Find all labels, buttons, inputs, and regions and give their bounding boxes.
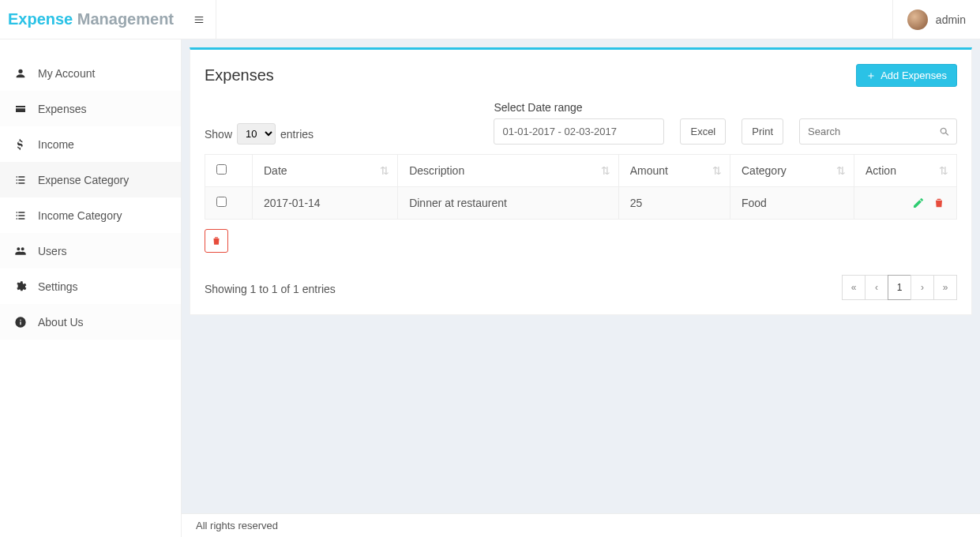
app-logo[interactable]: Expense Management <box>0 0 182 39</box>
show-post: entries <box>280 128 314 141</box>
sort-icon: ⇅ <box>939 164 948 177</box>
list-icon <box>14 209 27 222</box>
cell-date: 2017-01-14 <box>253 187 398 220</box>
user-menu[interactable]: admin <box>892 0 980 39</box>
plus-icon <box>866 71 876 81</box>
add-expenses-button[interactable]: Add Expenses <box>856 64 957 87</box>
row-checkbox[interactable] <box>216 197 227 207</box>
sidebar-item-my-account[interactable]: My Account <box>0 55 181 91</box>
sidebar-item-label: About Us <box>38 316 84 329</box>
table-info: Showing 1 to 1 of 1 entries <box>205 283 336 295</box>
sort-icon: ⇅ <box>601 164 610 177</box>
entries-select[interactable]: 10 <box>237 123 276 145</box>
sidebar-item-label: Settings <box>38 280 78 293</box>
col-category[interactable]: Category⇅ <box>730 155 854 187</box>
list-icon <box>14 174 27 186</box>
select-all-checkbox[interactable] <box>216 164 227 175</box>
date-range-input[interactable] <box>494 118 664 145</box>
add-label: Add Expenses <box>880 69 947 81</box>
trash-icon[interactable] <box>933 197 945 209</box>
col-date[interactable]: Date⇅ <box>253 155 398 187</box>
logo-word-a: Expense <box>8 10 73 28</box>
sidebar-item-users[interactable]: Users <box>0 233 181 268</box>
sidebar-item-settings[interactable]: Settings <box>0 268 181 304</box>
bulk-delete-button[interactable] <box>205 229 228 253</box>
card-icon <box>14 103 27 115</box>
sidebar-item-label: Income Category <box>38 209 122 222</box>
expenses-table: Date⇅ Description⇅ Amount⇅ Category⇅ Act… <box>205 154 957 220</box>
sidebar-item-label: My Account <box>38 67 95 80</box>
cell-amount: 25 <box>618 187 730 220</box>
show-pre: Show <box>205 128 232 141</box>
sidebar-item-income-category[interactable]: Income Category <box>0 197 181 233</box>
entries-selector: Show 10 entries <box>205 123 314 145</box>
cell-category: Food <box>730 187 854 220</box>
search-input[interactable] <box>799 118 957 145</box>
page-first[interactable]: « <box>842 275 865 300</box>
info-icon <box>14 316 27 329</box>
page-last[interactable]: » <box>933 275 957 300</box>
footer-text: All rights reserved <box>196 520 278 531</box>
footer: All rights reserved <box>182 513 980 537</box>
bars-icon <box>193 14 205 25</box>
avatar <box>907 9 928 30</box>
sort-asc-icon: ⇅ <box>380 164 389 177</box>
sidebar-item-expenses[interactable]: Expenses <box>0 91 181 126</box>
sidebar-item-income[interactable]: Income <box>0 126 181 162</box>
sidebar-item-about[interactable]: About Us <box>0 304 181 340</box>
gear-icon <box>14 280 27 293</box>
sidebar-item-expense-category[interactable]: Expense Category <box>0 162 181 197</box>
user-name: admin <box>936 13 966 26</box>
col-amount[interactable]: Amount⇅ <box>618 155 730 187</box>
sidebar-item-label: Expense Category <box>38 174 129 186</box>
expenses-card: Expenses Add Expenses Show 10 entries Se… <box>190 47 972 315</box>
date-range-label: Select Date range <box>494 101 664 114</box>
print-button[interactable]: Print <box>742 118 783 145</box>
sidebar-item-label: Income <box>38 138 74 151</box>
excel-button[interactable]: Excel <box>680 118 726 145</box>
sort-icon: ⇅ <box>712 164 722 177</box>
search-icon <box>938 126 951 138</box>
user-icon <box>14 67 27 80</box>
pagination: « ‹ 1 › » <box>843 275 957 300</box>
table-row: 2017-01-14 Dinner at restaurent 25 Food <box>205 187 957 220</box>
page-prev[interactable]: ‹ <box>865 275 888 300</box>
col-action: Action⇅ <box>854 155 957 187</box>
col-description[interactable]: Description⇅ <box>398 155 619 187</box>
page-number[interactable]: 1 <box>888 275 911 300</box>
sidebar-item-label: Users <box>38 245 67 257</box>
page-title: Expenses <box>205 66 274 84</box>
sidebar-item-label: Expenses <box>38 103 86 115</box>
cell-description: Dinner at restaurent <box>398 187 619 220</box>
users-icon <box>14 245 27 257</box>
sidebar: My Account Expenses Income Expense Categ… <box>0 39 182 537</box>
sidebar-toggle[interactable] <box>182 0 216 39</box>
sort-icon: ⇅ <box>836 164 846 177</box>
dollar-icon <box>14 138 27 151</box>
page-next[interactable]: › <box>911 275 934 300</box>
logo-word-b: Management <box>77 10 174 28</box>
trash-icon <box>211 235 222 246</box>
edit-icon[interactable] <box>912 197 925 209</box>
